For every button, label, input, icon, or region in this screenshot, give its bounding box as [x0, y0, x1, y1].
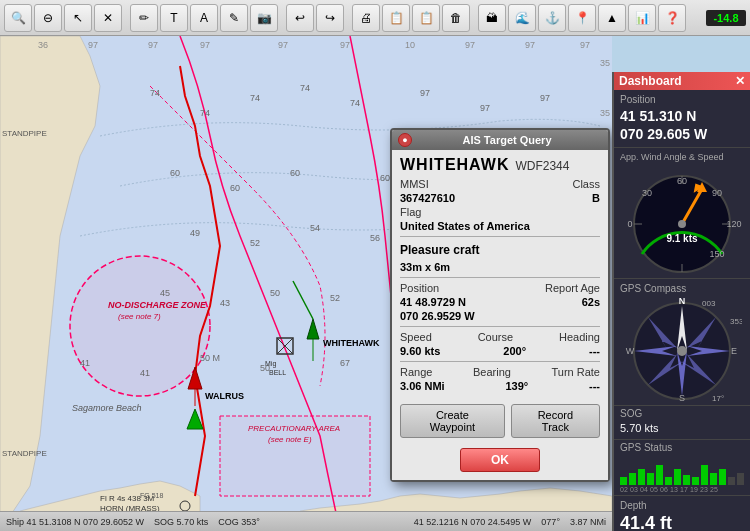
svg-text:BELL: BELL [269, 369, 286, 376]
print-btn[interactable]: 🖨 [352, 4, 380, 32]
sog-value: 5.70 kts [620, 421, 744, 436]
flag-value: United States of America [400, 220, 530, 232]
toolbar: 🔍 ⊖ ↖ ✕ ✏ T A ✎ 📷 ↩ ↪ 🖨 📋 📋 🗑 🏔 🌊 ⚓ 📍 ▲ … [0, 0, 750, 36]
record-track-btn[interactable]: Record Track [511, 404, 600, 438]
position-label: Position [620, 94, 744, 105]
dialog-close-btn[interactable]: ● [398, 133, 412, 147]
ok-btn[interactable]: OK [460, 448, 540, 472]
anchor-btn[interactable]: A [190, 4, 218, 32]
svg-text:0: 0 [627, 219, 632, 229]
range-value: 3.06 NMi [400, 380, 445, 392]
svg-text:Mig: Mig [265, 360, 276, 368]
svg-text:97: 97 [540, 93, 550, 103]
svg-text:60: 60 [290, 168, 300, 178]
position-label: Position [400, 282, 439, 294]
text-btn[interactable]: T [160, 4, 188, 32]
svg-text:74: 74 [350, 98, 360, 108]
svg-text:36: 36 [38, 40, 48, 50]
svg-text:60: 60 [380, 173, 390, 183]
svg-text:Sagamore Beach: Sagamore Beach [72, 403, 142, 413]
depth-btn[interactable]: 🌊 [508, 4, 536, 32]
svg-text:E: E [731, 346, 737, 356]
ais-dialog: ● AIS Target Query WHITEHAWK WDF2344 MMS… [390, 128, 610, 482]
ship-position: Ship 41 51.3108 N 070 29.6052 W [6, 517, 144, 527]
status-bar: Ship 41 51.3108 N 070 29.6052 W SOG 5.70… [0, 511, 612, 531]
svg-text:97: 97 [88, 40, 98, 50]
stats-btn[interactable]: 📊 [628, 4, 656, 32]
svg-text:54: 54 [310, 223, 320, 233]
heading-value: --- [589, 345, 600, 357]
dialog-body: WHITEHAWK WDF2344 MMSI Class 367427610 B… [392, 150, 608, 400]
distance-status: 3.87 NMi [570, 517, 606, 527]
route-btn[interactable]: 📍 [568, 4, 596, 32]
select-btn[interactable]: ✕ [94, 4, 122, 32]
undo-btn[interactable]: ↩ [286, 4, 314, 32]
range-label: Range [400, 366, 432, 378]
bearing-label: Bearing [473, 366, 511, 378]
svg-text:35: 35 [600, 58, 610, 68]
bearing-value: 139° [505, 380, 528, 392]
svg-text:60: 60 [170, 168, 180, 178]
svg-text:STANDPIPE: STANDPIPE [2, 449, 47, 458]
report-age-value: 62s [582, 296, 600, 308]
dashboard-close[interactable]: ✕ [735, 74, 745, 88]
svg-text:17°: 17° [712, 394, 724, 401]
waypoint-btn[interactable]: ⚓ [538, 4, 566, 32]
dashboard-header: Dashboard ✕ [614, 72, 750, 90]
terrain-btn[interactable]: 🏔 [478, 4, 506, 32]
svg-text:(see note 7): (see note 7) [118, 312, 161, 321]
svg-text:35: 35 [600, 108, 610, 118]
depth-value: 41.4 ft [620, 513, 744, 531]
gps-bars [620, 455, 744, 485]
dialog-titlebar: ● AIS Target Query [392, 130, 608, 150]
svg-text:(see note E): (see note E) [268, 435, 312, 444]
svg-text:30: 30 [642, 188, 652, 198]
position-lat: 41 48.9729 N [400, 296, 466, 308]
wind-section: App. Wind Angle & Speed 0 30 60 90 120 1… [614, 148, 750, 279]
svg-text:49: 49 [190, 228, 200, 238]
map-area[interactable]: 36 97 97 97 97 97 10 97 97 97 35 35 35 3… [0, 36, 612, 531]
course-value: 200° [503, 345, 526, 357]
help-btn[interactable]: ❓ [658, 4, 686, 32]
svg-text:9.1 kts: 9.1 kts [666, 233, 698, 244]
pencil-btn[interactable]: ✎ [220, 4, 248, 32]
svg-text:60: 60 [230, 183, 240, 193]
vessel-dimensions: 33m x 6m [400, 261, 450, 273]
svg-text:10: 10 [405, 40, 415, 50]
mmsi-value: 367427610 [400, 192, 455, 204]
position-lon: 070 29.605 W [620, 125, 744, 143]
draw-btn[interactable]: ✏ [130, 4, 158, 32]
dashboard: Dashboard ✕ Position 41 51.310 N 070 29.… [612, 72, 750, 531]
chart-btn[interactable]: ▲ [598, 4, 626, 32]
depth-label: Depth [620, 500, 744, 511]
create-waypoint-btn[interactable]: Create Waypoint [400, 404, 505, 438]
delete-btn[interactable]: 🗑 [442, 4, 470, 32]
svg-text:S: S [679, 393, 685, 401]
sog-status: SOG 5.70 kts [154, 517, 208, 527]
gps-status-section: GPS Status 02 03 04 [614, 440, 750, 496]
vessel-name: WHITEHAWK [400, 156, 509, 174]
speed-display: -14.8 [706, 10, 746, 26]
svg-text:97: 97 [525, 40, 535, 50]
svg-text:41: 41 [140, 368, 150, 378]
svg-text:97: 97 [340, 40, 350, 50]
turn-label: Turn Rate [551, 366, 600, 378]
pan-btn[interactable]: ↖ [64, 4, 92, 32]
camera-btn[interactable]: 📷 [250, 4, 278, 32]
svg-text:45: 45 [160, 288, 170, 298]
course-label: Course [478, 331, 513, 343]
zoom-in-btn[interactable]: 🔍 [4, 4, 32, 32]
paste-btn[interactable]: 📋 [412, 4, 440, 32]
depth-section: Depth 41.4 ft [614, 496, 750, 531]
class-label: Class [572, 178, 600, 190]
position-lon: 070 26.9529 W [400, 310, 475, 322]
dashboard-title: Dashboard [619, 74, 682, 88]
cog-status: COG 353° [218, 517, 260, 527]
position-section: Position 41 51.310 N 070 29.605 W [614, 90, 750, 148]
heading-label: Heading [559, 331, 600, 343]
redo-btn[interactable]: ↪ [316, 4, 344, 32]
svg-text:97: 97 [200, 40, 210, 50]
zoom-out-btn[interactable]: ⊖ [34, 4, 62, 32]
svg-text:74: 74 [300, 83, 310, 93]
copy-btn[interactable]: 📋 [382, 4, 410, 32]
